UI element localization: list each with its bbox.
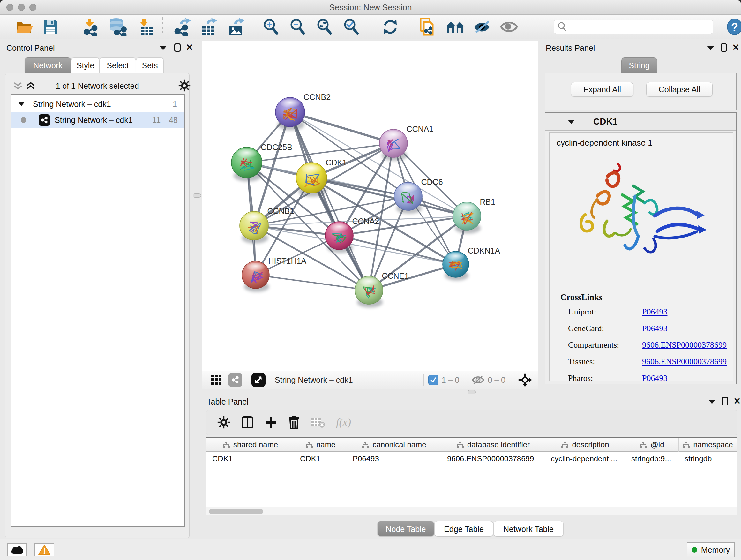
column-header-name[interactable]: name: [294, 438, 347, 452]
toolbar-separator: [162, 17, 163, 37]
gear-icon[interactable]: [179, 79, 191, 91]
tab-edge-table[interactable]: Edge Table: [434, 521, 493, 537]
copy-to-clipboard-button[interactable]: [419, 18, 436, 36]
zoom-selected-button[interactable]: [343, 18, 359, 36]
tab-node-table[interactable]: Node Table: [377, 521, 434, 537]
zoom-out-button[interactable]: [289, 18, 306, 36]
scrollbar-thumb[interactable]: [209, 509, 263, 514]
zoom-fit-button[interactable]: [316, 18, 333, 36]
table-cell[interactable]: P06493: [347, 452, 441, 466]
table-panel-float-icon[interactable]: [722, 397, 728, 406]
vertical-splitter-handle-left[interactable]: [193, 193, 201, 198]
results-panel-close-icon[interactable]: ✕: [732, 44, 739, 52]
memory-button[interactable]: Memory: [687, 542, 735, 557]
control-panel-float-icon[interactable]: [174, 44, 181, 52]
export-network-button[interactable]: [172, 18, 191, 36]
column-tree-icon: [639, 441, 647, 448]
collapse-all-button[interactable]: Collapse All: [646, 82, 713, 97]
column-header--id[interactable]: @id: [625, 438, 679, 452]
network-collection-row[interactable]: String Network – cdk1 1: [11, 96, 184, 112]
section-collapse-icon[interactable]: [568, 120, 575, 124]
table-panel-close-icon[interactable]: ✕: [733, 397, 741, 406]
pan-crosshair-icon[interactable]: [518, 373, 532, 387]
show-all-views-button[interactable]: [446, 18, 466, 36]
help-button[interactable]: ?: [727, 18, 741, 35]
table-cell[interactable]: cyclin-dependent ...: [545, 452, 625, 466]
zoom-in-button[interactable]: [262, 18, 279, 36]
export-image-button[interactable]: [226, 18, 245, 36]
network-node-cdc25b[interactable]: CDC25B: [231, 143, 292, 182]
network-node-hist1h1a[interactable]: HIST1H1A: [242, 256, 307, 292]
table-cell[interactable]: stringdb: [679, 452, 737, 466]
selected-items-checkbox[interactable]: [428, 375, 439, 385]
horizontal-splitter-handle[interactable]: [468, 390, 476, 394]
table-horizontal-scrollbar[interactable]: [206, 507, 737, 515]
grid-view-icon[interactable]: [210, 374, 222, 386]
network-node-ccnb2[interactable]: CCNB2: [275, 92, 331, 130]
network-view-share-button[interactable]: [228, 373, 242, 387]
delete-column-button[interactable]: [288, 416, 300, 429]
expand-all-button[interactable]: Expand All: [571, 82, 633, 97]
column-header-description[interactable]: description: [545, 438, 625, 452]
column-header-shared-name[interactable]: shared name: [206, 438, 294, 452]
crosslink-link[interactable]: P06493: [642, 324, 667, 333]
crosslink-link[interactable]: 9606.ENSP00000378699: [642, 340, 727, 350]
network-node-cdkn1a[interactable]: CDKN1A: [443, 246, 500, 280]
detach-view-button[interactable]: [252, 373, 266, 387]
results-panel-menu-icon[interactable]: [707, 46, 714, 50]
save-session-button[interactable]: [43, 18, 59, 36]
column-header-database-identifier[interactable]: database identifier: [441, 438, 545, 452]
crosslink-link[interactable]: P06493: [642, 307, 667, 317]
network-node-rb1[interactable]: RB1: [453, 197, 495, 234]
control-panel-close-icon[interactable]: ✕: [186, 44, 193, 52]
tree-expand-icon[interactable]: [18, 102, 24, 106]
copy-documents-icon: [419, 17, 436, 36]
external-link-arrow-icon: [254, 376, 263, 384]
show-panel-button[interactable]: [500, 18, 518, 36]
refresh-button[interactable]: [382, 18, 399, 36]
open-file-button[interactable]: [15, 18, 33, 36]
crosslink-label: Pharos:: [568, 374, 642, 383]
crosslink-link[interactable]: 9606.ENSP00000378699: [642, 357, 727, 367]
table-settings-button[interactable]: [217, 416, 230, 429]
node-label: CCNA1: [406, 125, 433, 133]
tab-select[interactable]: Select: [99, 57, 136, 73]
import-table-button[interactable]: [137, 18, 154, 36]
network-edge[interactable]: [256, 275, 369, 290]
cloud-status-button[interactable]: [7, 543, 27, 557]
cdk1-section-header[interactable]: CDK1: [545, 113, 736, 131]
table-cell[interactable]: 9606.ENSP00000378699: [441, 452, 545, 466]
network-edge[interactable]: [290, 112, 394, 143]
network-node-ccna1[interactable]: CCNA1: [380, 125, 433, 161]
column-header-namespace[interactable]: namespace: [679, 438, 737, 452]
results-panel-float-icon[interactable]: [721, 44, 727, 52]
network-node-cdk1[interactable]: CDK1: [296, 158, 347, 197]
export-table-button[interactable]: [199, 18, 218, 36]
column-header-canonical-name[interactable]: canonical name: [347, 438, 441, 452]
tab-network[interactable]: Network: [24, 57, 71, 73]
network-row-selected[interactable]: String Network – cdk1 11 48: [11, 112, 184, 128]
warnings-button[interactable]: [35, 543, 54, 557]
table-panel-menu-icon[interactable]: [709, 400, 716, 404]
import-network-from-database-button[interactable]: [108, 18, 128, 36]
control-panel-menu-icon[interactable]: [159, 46, 166, 50]
crosslink-row: Pharos:P06493: [568, 374, 728, 383]
crosslink-link[interactable]: P06493: [642, 374, 667, 383]
hidden-items-eye-icon[interactable]: [472, 375, 484, 385]
tab-string[interactable]: String: [621, 57, 657, 73]
network-canvas[interactable]: CCNB2CCNA1CDC25BCDK1CDC6RB1CCNB1CCNA2CDK…: [202, 41, 538, 371]
search-input[interactable]: [567, 21, 713, 33]
show-columns-button[interactable]: [241, 416, 254, 429]
hide-panel-button[interactable]: [473, 18, 492, 36]
add-column-button[interactable]: [265, 416, 277, 429]
table-cell[interactable]: CDK1: [206, 452, 294, 466]
import-network-button[interactable]: [80, 18, 99, 36]
tab-style[interactable]: Style: [71, 57, 99, 73]
table-cell[interactable]: CDK1: [294, 452, 347, 466]
table-cell[interactable]: stringdb:9...: [625, 452, 679, 466]
tab-network-table[interactable]: Network Table: [493, 521, 563, 537]
tab-sets[interactable]: Sets: [136, 57, 164, 73]
crosslink-label: Uniprot:: [568, 307, 642, 317]
network-graph[interactable]: CCNB2CCNA1CDC25BCDK1CDC6RB1CCNB1CCNA2CDK…: [202, 41, 538, 371]
network-node-ccnb1[interactable]: CCNB1: [240, 206, 294, 244]
